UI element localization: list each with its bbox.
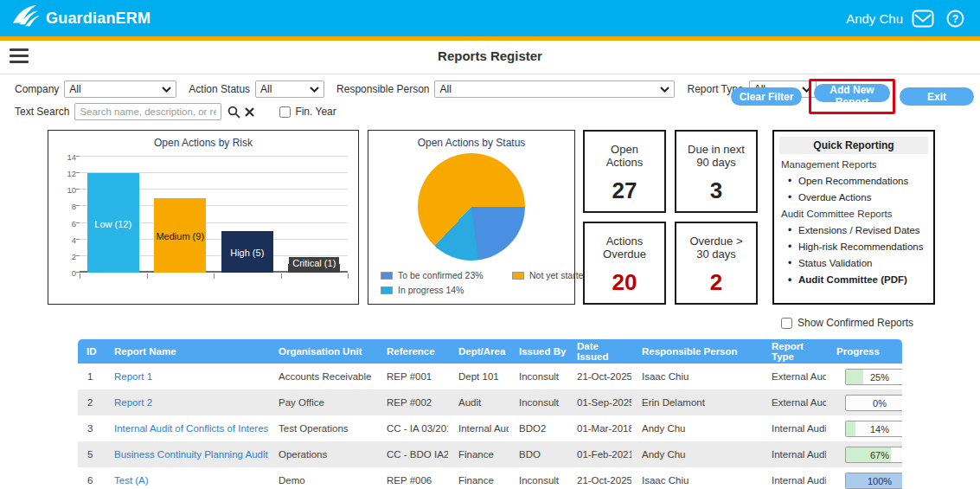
pie-chart-title: Open Actions by Status [368, 137, 574, 149]
bar-label-low: Low (12) [80, 219, 147, 229]
add-new-report-highlight: Add New Report [809, 79, 895, 114]
quick-reporting-item[interactable]: Status Validation [779, 255, 928, 272]
quick-reporting-section-heading: Audit Committee Reports [779, 206, 928, 222]
user-name: Andy Chu [846, 11, 903, 26]
report-name-link[interactable]: Report 1 [114, 371, 152, 382]
help-icon[interactable]: ? [946, 10, 964, 28]
quick-reporting-item[interactable]: Open Recommendations [779, 173, 928, 190]
progress-text: 25% [846, 370, 902, 385]
pie-circle [418, 153, 525, 261]
show-confirmed-checkbox[interactable] [781, 318, 792, 329]
table-row: 3Internal Audit of Conflicts of Interest… [78, 415, 902, 441]
fin-year-label: Fin. Year [295, 106, 336, 118]
cell-ref: CC - IA 03/2018 [376, 423, 448, 434]
table-header-row: IDReport NameOrganisation UnitReferenceD… [78, 339, 902, 364]
quick-reporting-item[interactable]: High-risk Recommendations [779, 239, 928, 255]
open-actions-by-status-chart: Open Actions by Status To be confirmed 2… [368, 130, 575, 305]
cell-type: External Audit [761, 371, 826, 382]
kpi-overdue-30-days: Overdue >30 days 2 [675, 222, 758, 305]
cell-org: Operations [268, 449, 376, 460]
progress-bar: 25% [845, 369, 902, 385]
cell-ref: REP #001 [376, 371, 448, 382]
cell-date: 21-Oct-2025 [567, 371, 631, 382]
cell-issued_by: BDO [509, 449, 567, 460]
cell-type: External Audit [761, 397, 826, 408]
bar-chart-plot: Low (12)Medium (9)High (5)Critical (1) [80, 157, 348, 273]
filter-buttons: Clear Filter Add New Report Exit [731, 79, 974, 114]
reports-table: IDReport NameOrganisation UnitReferenceD… [78, 339, 902, 489]
progress-bar: 0% [845, 395, 902, 411]
cell-progress: 0% [826, 395, 902, 411]
action-status-select[interactable]: All [255, 80, 324, 98]
progress-text: 0% [846, 396, 902, 411]
kpi-actions-overdue: ActionsOverdue 20 [583, 222, 666, 305]
top-bar: GuardianERM Andy Chu ? [0, 0, 980, 36]
quick-reporting-item[interactable]: Overdue Actions [779, 190, 928, 206]
clear-search-icon[interactable] [244, 106, 255, 118]
bar-ytick-label: 4 [72, 235, 76, 244]
brand-name: GuardianERM [46, 10, 151, 28]
cell-type: Internal Audit [761, 449, 826, 460]
text-search-input[interactable] [74, 103, 221, 120]
quick-reporting-item[interactable]: Extensions / Revised Dates [779, 222, 928, 239]
bar-chart-yaxis: 02468101214 [54, 157, 76, 273]
quick-reporting-panel: Quick Reporting Management ReportsOpen R… [772, 130, 935, 305]
cell-ref: REP #002 [376, 397, 448, 408]
progress-bar: 67% [845, 447, 902, 463]
legend-item: In progress 14% [381, 285, 512, 295]
cell-person: Isaac Chiu [631, 475, 761, 486]
table-row: 6Test (A)DemoREP #006FinanceInconsult21-… [78, 467, 902, 489]
kpi-actions-overdue-value: 20 [585, 269, 664, 296]
column-header: Progress [826, 346, 902, 357]
clear-filter-button[interactable]: Clear Filter [731, 87, 802, 106]
kpi-overdue-30-days-value: 2 [676, 269, 756, 296]
exit-button[interactable]: Exit [900, 87, 974, 106]
report-name-link[interactable]: Test (A) [114, 475, 149, 486]
cell-person: Andy Chu [631, 423, 761, 434]
cell-ref: CC - BDO IA21 [376, 449, 448, 460]
column-header: Responsible Person [631, 346, 761, 357]
column-header: Reference [376, 346, 448, 357]
report-name-link[interactable]: Internal Audit of Conflicts of Interest [114, 423, 268, 434]
bar-ytick-label: 0 [72, 268, 76, 278]
add-new-report-button[interactable]: Add New Report [814, 84, 890, 102]
cell-person: Isaac Chiu [631, 371, 761, 382]
report-name-link[interactable]: Report 2 [114, 397, 152, 408]
quick-reporting-content: Management ReportsOpen RecommendationsOv… [779, 157, 928, 288]
cell-date: 01-Feb-2021 [567, 449, 631, 460]
cell-id: 5 [78, 449, 104, 460]
search-icon[interactable] [227, 106, 240, 119]
bar-xtick-mark [281, 273, 282, 279]
cell-org: Pay Office [268, 397, 376, 408]
bar-ytick-label: 6 [72, 218, 76, 228]
cell-type: Internal Audit [761, 475, 826, 486]
quick-reporting-title: Quick Reporting [779, 137, 928, 154]
reports-register-page: GuardianERM Andy Chu ? Reports Register [0, 0, 980, 489]
cell-progress: 25% [826, 369, 902, 385]
company-label: Company [15, 83, 59, 95]
bar-slot-low: Low (12) [80, 157, 147, 273]
pie-legend: To be confirmed 23%Not yet started 63%In… [381, 270, 609, 295]
quick-reporting-item[interactable]: Audit Committee (PDF) [779, 272, 928, 288]
column-header: Report Type [761, 341, 826, 362]
text-search-label: Text Search [15, 106, 69, 118]
responsible-person-select[interactable]: All [434, 80, 675, 98]
cell-issued_by: Inconsult [509, 397, 567, 408]
bar-label-critical: Critical (1) [281, 258, 349, 268]
bar-ytick-label: 8 [72, 202, 76, 211]
action-status-label: Action Status [189, 83, 250, 95]
responsible-person-label: Responsible Person [336, 83, 429, 95]
mail-icon[interactable] [912, 10, 934, 28]
kpi-due-90-days: Due in next90 days 3 [675, 130, 758, 213]
cell-date: 21-Oct-2025 [567, 475, 631, 486]
cell-issued_by: BDO2 [509, 423, 567, 434]
progress-bar: 100% [845, 473, 902, 489]
company-select[interactable]: All [64, 80, 176, 98]
bar-xtick-mark [348, 273, 349, 279]
fin-year-checkbox[interactable] [279, 106, 291, 118]
cell-progress: 67% [826, 447, 902, 463]
cell-org: Demo [268, 475, 376, 486]
table-row: 1Report 1Accounts ReceivableREP #001Dept… [78, 364, 902, 389]
report-name-link[interactable]: Business Continuity Planning Audit [114, 449, 268, 460]
progress-text: 67% [846, 447, 902, 463]
